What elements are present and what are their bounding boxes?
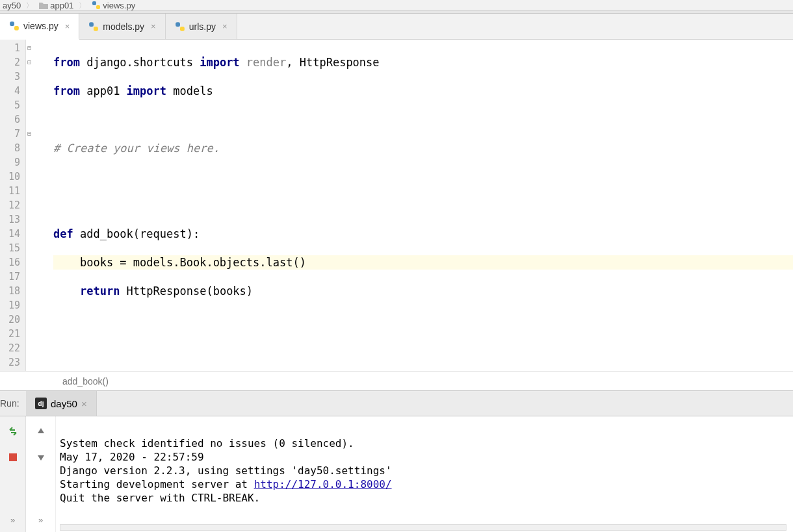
crumb-label: app01 xyxy=(50,1,73,10)
code-keyword: from xyxy=(53,56,80,69)
tab-views[interactable]: views.py × xyxy=(0,14,79,40)
fold-toggle-icon[interactable]: ⊟ xyxy=(27,55,31,70)
console-line: Starting development server at xyxy=(60,478,254,490)
crumb-project[interactable]: ay50 xyxy=(0,1,23,10)
horizontal-scrollbar[interactable] xyxy=(60,524,786,531)
tab-urls[interactable]: urls.py × xyxy=(166,14,237,39)
run-tab-day50[interactable]: dj day50 × xyxy=(26,391,97,416)
code-keyword: return xyxy=(80,285,120,298)
run-toolwindow-header: Run: dj day50 × xyxy=(0,390,793,416)
fold-toggle-icon[interactable]: ⊟ xyxy=(27,41,31,55)
svg-rect-6 xyxy=(176,22,180,27)
svg-rect-5 xyxy=(94,27,98,31)
console-line: Quit the server with CTRL-BREAK. xyxy=(60,492,260,504)
tab-label: models.py xyxy=(103,21,144,32)
run-toolbar-left: » xyxy=(0,416,26,532)
fold-gutter: ⊟ ⊟ ⊟ xyxy=(26,40,53,371)
crumb-app[interactable]: app01 xyxy=(36,0,76,10)
console-line: May 17, 2020 - 22:57:59 xyxy=(60,451,204,463)
code-unused: render xyxy=(240,56,287,69)
run-label: Run: xyxy=(0,391,26,416)
breadcrumb-bar: ay50 〉 app01 〉 views.py xyxy=(0,0,793,11)
crumb-file[interactable]: views.py xyxy=(88,0,138,10)
python-icon xyxy=(88,21,99,32)
svg-rect-2 xyxy=(10,21,14,26)
svg-rect-0 xyxy=(92,1,96,5)
python-icon xyxy=(175,21,185,32)
code-keyword: def xyxy=(53,227,73,240)
console-line: System check identified no issues (0 sil… xyxy=(60,437,354,450)
chevron-right-icon: 〉 xyxy=(79,1,86,10)
svg-rect-8 xyxy=(9,453,17,461)
folder-icon xyxy=(38,0,49,10)
tab-label: urls.py xyxy=(189,21,216,32)
svg-rect-1 xyxy=(96,5,100,9)
run-tab-label: day50 xyxy=(51,398,77,409)
scroll-down-button[interactable] xyxy=(34,450,48,464)
code-keyword: import xyxy=(200,56,239,69)
console-line: Django version 2.2.3, using settings 'da… xyxy=(60,464,392,477)
svg-rect-4 xyxy=(89,22,94,27)
highlighted-line: books = models.Book.objects.last() xyxy=(26,255,793,270)
scroll-up-button[interactable] xyxy=(34,424,48,438)
tab-label: views.py xyxy=(23,21,58,31)
code-keyword: from xyxy=(53,84,80,97)
python-icon xyxy=(91,0,101,10)
fold-toggle-icon[interactable]: ⊟ xyxy=(27,127,31,141)
django-icon: dj xyxy=(35,398,47,409)
crumb-label: ay50 xyxy=(3,1,21,10)
close-icon[interactable]: × xyxy=(81,398,87,409)
run-toolbar-inner: » xyxy=(26,416,56,532)
svg-rect-3 xyxy=(14,26,19,31)
console-output[interactable]: System check identified no issues (0 sil… xyxy=(56,416,793,532)
python-icon xyxy=(9,21,20,31)
server-url-link[interactable]: http://127.0.0.1:8000/ xyxy=(254,478,392,490)
function-name: add_book() xyxy=(62,376,109,386)
code-comment: # Create your views here. xyxy=(53,142,220,155)
crumb-label: views.py xyxy=(103,1,135,10)
editor-area: 1234567891011121314151617181920212223 ⊟ … xyxy=(0,40,793,371)
expand-right-icon[interactable]: » xyxy=(6,513,20,527)
code-editor[interactable]: from django.shortcuts import render, Htt… xyxy=(53,40,793,371)
stop-button[interactable] xyxy=(6,450,20,464)
chevron-right-icon: 〉 xyxy=(26,1,33,10)
editor-tabs: views.py × models.py × urls.py × xyxy=(0,14,793,40)
console-area: » » System check identified no issues (0… xyxy=(0,416,793,532)
expand-right-icon[interactable]: » xyxy=(34,513,48,527)
close-icon[interactable]: × xyxy=(62,21,70,31)
tab-models[interactable]: models.py × xyxy=(79,14,165,39)
code-keyword: import xyxy=(127,84,166,97)
line-number-gutter: 1234567891011121314151617181920212223 xyxy=(0,40,26,371)
rerun-button[interactable] xyxy=(6,424,20,438)
close-icon[interactable]: × xyxy=(220,21,228,31)
function-breadcrumb[interactable]: add_book() xyxy=(0,371,793,390)
svg-rect-7 xyxy=(180,27,185,31)
close-icon[interactable]: × xyxy=(148,21,156,31)
